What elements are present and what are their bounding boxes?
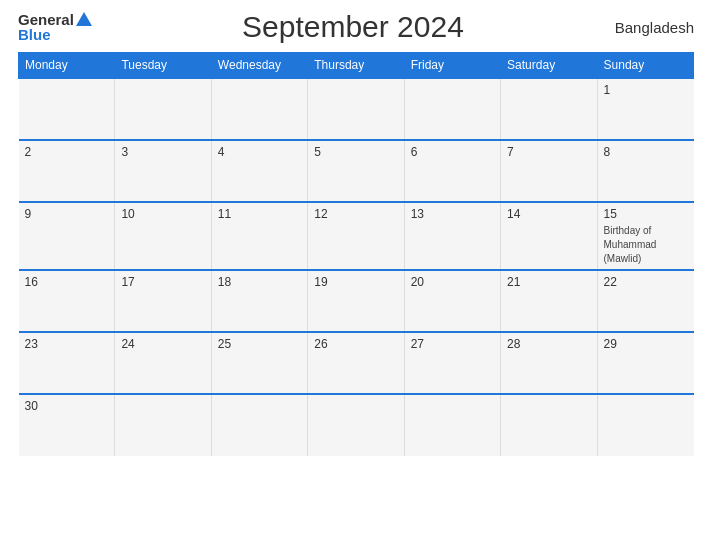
header-friday: Friday (404, 53, 500, 79)
calendar-cell: 19 (308, 270, 404, 332)
header-sunday: Sunday (597, 53, 693, 79)
header-tuesday: Tuesday (115, 53, 211, 79)
day-number: 27 (411, 337, 494, 351)
calendar-cell (404, 78, 500, 140)
calendar-header: General Blue September 2024 Bangladesh (18, 10, 694, 44)
calendar-cell: 7 (501, 140, 597, 202)
day-number: 23 (25, 337, 109, 351)
day-number: 25 (218, 337, 301, 351)
calendar-cell: 14 (501, 202, 597, 270)
calendar-cell: 6 (404, 140, 500, 202)
day-number: 14 (507, 207, 590, 221)
day-number: 8 (604, 145, 688, 159)
calendar-cell: 13 (404, 202, 500, 270)
weekday-header-row: Monday Tuesday Wednesday Thursday Friday… (19, 53, 694, 79)
calendar-cell (501, 394, 597, 456)
header-thursday: Thursday (308, 53, 404, 79)
calendar-cell: 24 (115, 332, 211, 394)
calendar-week-row: 1 (19, 78, 694, 140)
calendar-week-row: 16171819202122 (19, 270, 694, 332)
calendar-cell: 27 (404, 332, 500, 394)
day-number: 9 (25, 207, 109, 221)
calendar-cell: 26 (308, 332, 404, 394)
country-name: Bangladesh (614, 19, 694, 36)
calendar-week-row: 9101112131415Birthday of Muhammad (Mawli… (19, 202, 694, 270)
logo: General Blue (18, 11, 92, 43)
calendar-cell (211, 78, 307, 140)
day-number: 30 (25, 399, 109, 413)
calendar-cell (501, 78, 597, 140)
day-number: 12 (314, 207, 397, 221)
calendar-cell (404, 394, 500, 456)
calendar-cell: 12 (308, 202, 404, 270)
day-number: 5 (314, 145, 397, 159)
calendar-cell: 29 (597, 332, 693, 394)
day-number: 20 (411, 275, 494, 289)
calendar-cell (211, 394, 307, 456)
calendar-cell (115, 394, 211, 456)
calendar-cell: 4 (211, 140, 307, 202)
calendar-cell: 21 (501, 270, 597, 332)
calendar-cell (308, 394, 404, 456)
day-number: 4 (218, 145, 301, 159)
logo-triangle-icon (76, 12, 92, 26)
calendar-cell (19, 78, 115, 140)
header-saturday: Saturday (501, 53, 597, 79)
day-number: 3 (121, 145, 204, 159)
calendar-cell: 25 (211, 332, 307, 394)
calendar-cell: 17 (115, 270, 211, 332)
calendar-cell (308, 78, 404, 140)
calendar-cell: 20 (404, 270, 500, 332)
day-number: 24 (121, 337, 204, 351)
day-number: 16 (25, 275, 109, 289)
day-number: 6 (411, 145, 494, 159)
day-number: 18 (218, 275, 301, 289)
day-number: 29 (604, 337, 688, 351)
calendar-cell: 18 (211, 270, 307, 332)
calendar-cell: 3 (115, 140, 211, 202)
calendar-cell: 22 (597, 270, 693, 332)
day-number: 1 (604, 83, 688, 97)
calendar-cell: 8 (597, 140, 693, 202)
calendar-cell: 9 (19, 202, 115, 270)
calendar-page: General Blue September 2024 Bangladesh M… (0, 0, 712, 550)
calendar-week-row: 23242526272829 (19, 332, 694, 394)
day-number: 26 (314, 337, 397, 351)
logo-blue-text: Blue (18, 26, 51, 43)
calendar-cell: 28 (501, 332, 597, 394)
day-number: 28 (507, 337, 590, 351)
calendar-cell: 5 (308, 140, 404, 202)
calendar-week-row: 2345678 (19, 140, 694, 202)
day-number: 13 (411, 207, 494, 221)
calendar-cell: 1 (597, 78, 693, 140)
calendar-cell: 15Birthday of Muhammad (Mawlid) (597, 202, 693, 270)
calendar-week-row: 30 (19, 394, 694, 456)
day-number: 2 (25, 145, 109, 159)
calendar-cell (597, 394, 693, 456)
calendar-cell: 30 (19, 394, 115, 456)
calendar-cell: 16 (19, 270, 115, 332)
calendar-cell: 23 (19, 332, 115, 394)
day-number: 10 (121, 207, 204, 221)
calendar-title: September 2024 (92, 10, 614, 44)
calendar-table: Monday Tuesday Wednesday Thursday Friday… (18, 52, 694, 456)
header-monday: Monday (19, 53, 115, 79)
day-number: 11 (218, 207, 301, 221)
calendar-cell: 10 (115, 202, 211, 270)
day-number: 22 (604, 275, 688, 289)
day-number: 19 (314, 275, 397, 289)
event-label: Birthday of Muhammad (Mawlid) (604, 225, 657, 264)
header-wednesday: Wednesday (211, 53, 307, 79)
day-number: 7 (507, 145, 590, 159)
calendar-cell (115, 78, 211, 140)
day-number: 17 (121, 275, 204, 289)
day-number: 15 (604, 207, 688, 221)
calendar-cell: 11 (211, 202, 307, 270)
calendar-cell: 2 (19, 140, 115, 202)
day-number: 21 (507, 275, 590, 289)
